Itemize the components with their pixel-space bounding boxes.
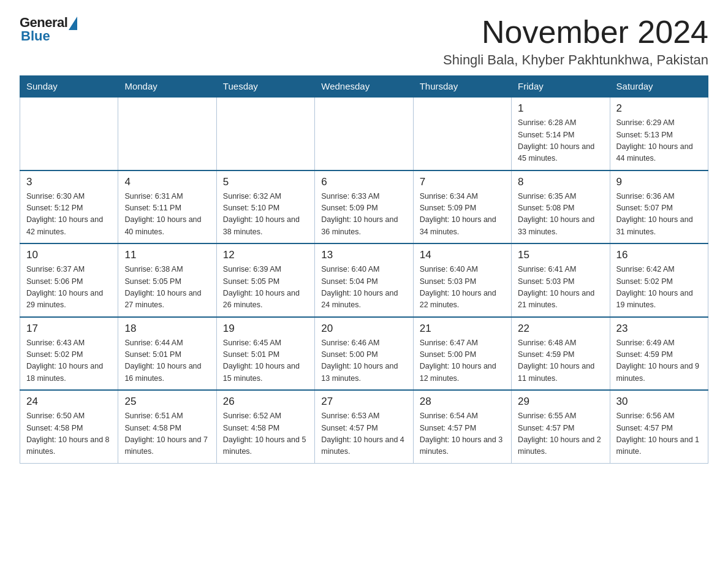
day-info: Sunrise: 6:51 AMSunset: 4:58 PMDaylight:… [124, 410, 210, 458]
calendar-cell: 8Sunrise: 6:35 AMSunset: 5:08 PMDaylight… [512, 170, 610, 244]
day-info: Sunrise: 6:31 AMSunset: 5:11 PMDaylight:… [124, 191, 210, 239]
day-info: Sunrise: 6:42 AMSunset: 5:02 PMDaylight:… [616, 264, 702, 312]
calendar-cell [118, 97, 216, 170]
calendar-week-row: 1Sunrise: 6:28 AMSunset: 5:14 PMDaylight… [20, 97, 708, 170]
location-title: Shingli Bala, Khyber Pakhtunkhwa, Pakist… [443, 52, 708, 68]
calendar-day-header: Saturday [610, 76, 708, 98]
day-info: Sunrise: 6:55 AMSunset: 4:57 PMDaylight:… [518, 410, 603, 458]
day-info: Sunrise: 6:30 AMSunset: 5:12 PMDaylight:… [26, 191, 112, 239]
day-info: Sunrise: 6:32 AMSunset: 5:10 PMDaylight:… [223, 191, 308, 239]
calendar-cell [413, 97, 511, 170]
day-number: 5 [223, 176, 308, 188]
calendar-day-header: Thursday [413, 76, 511, 98]
logo: General Blue [20, 15, 77, 44]
calendar-day-header: Wednesday [315, 76, 413, 98]
day-info: Sunrise: 6:44 AMSunset: 5:01 PMDaylight:… [124, 337, 210, 385]
day-number: 13 [321, 249, 406, 261]
day-info: Sunrise: 6:41 AMSunset: 5:03 PMDaylight:… [518, 264, 603, 312]
calendar-day-header: Friday [512, 76, 610, 98]
day-info: Sunrise: 6:46 AMSunset: 5:00 PMDaylight:… [321, 337, 406, 385]
calendar-cell: 7Sunrise: 6:34 AMSunset: 5:09 PMDaylight… [413, 170, 511, 244]
day-number: 3 [26, 176, 112, 188]
day-number: 21 [420, 323, 505, 335]
day-number: 18 [124, 323, 210, 335]
day-number: 22 [518, 323, 603, 335]
calendar-cell: 24Sunrise: 6:50 AMSunset: 4:58 PMDayligh… [20, 390, 118, 463]
day-number: 19 [223, 323, 308, 335]
calendar-cell: 6Sunrise: 6:33 AMSunset: 5:09 PMDaylight… [315, 170, 413, 244]
calendar-cell: 9Sunrise: 6:36 AMSunset: 5:07 PMDaylight… [610, 170, 708, 244]
logo-triangle-icon [69, 17, 77, 30]
day-info: Sunrise: 6:40 AMSunset: 5:03 PMDaylight:… [420, 264, 505, 312]
day-info: Sunrise: 6:54 AMSunset: 4:57 PMDaylight:… [420, 410, 505, 458]
day-info: Sunrise: 6:53 AMSunset: 4:57 PMDaylight:… [321, 410, 406, 458]
calendar-cell: 11Sunrise: 6:38 AMSunset: 5:05 PMDayligh… [118, 243, 216, 317]
day-info: Sunrise: 6:45 AMSunset: 5:01 PMDaylight:… [223, 337, 308, 385]
day-number: 8 [518, 176, 603, 188]
calendar-cell: 1Sunrise: 6:28 AMSunset: 5:14 PMDaylight… [512, 97, 610, 170]
month-title: November 2024 [443, 15, 708, 50]
day-info: Sunrise: 6:52 AMSunset: 4:58 PMDaylight:… [223, 410, 308, 458]
calendar-cell: 5Sunrise: 6:32 AMSunset: 5:10 PMDaylight… [216, 170, 314, 244]
day-info: Sunrise: 6:43 AMSunset: 5:02 PMDaylight:… [26, 337, 112, 385]
calendar-cell: 16Sunrise: 6:42 AMSunset: 5:02 PMDayligh… [610, 243, 708, 317]
calendar-cell: 10Sunrise: 6:37 AMSunset: 5:06 PMDayligh… [20, 243, 118, 317]
day-number: 29 [518, 396, 603, 408]
calendar-cell: 27Sunrise: 6:53 AMSunset: 4:57 PMDayligh… [315, 390, 413, 463]
calendar-week-row: 10Sunrise: 6:37 AMSunset: 5:06 PMDayligh… [20, 243, 708, 317]
calendar-cell: 18Sunrise: 6:44 AMSunset: 5:01 PMDayligh… [118, 317, 216, 391]
calendar-table: SundayMondayTuesdayWednesdayThursdayFrid… [20, 75, 708, 464]
calendar-day-header: Sunday [20, 76, 118, 98]
calendar-cell: 25Sunrise: 6:51 AMSunset: 4:58 PMDayligh… [118, 390, 216, 463]
day-number: 6 [321, 176, 406, 188]
day-number: 14 [420, 249, 505, 261]
page-header: General Blue November 2024 Shingli Bala,… [20, 15, 708, 68]
day-number: 12 [223, 249, 308, 261]
day-info: Sunrise: 6:36 AMSunset: 5:07 PMDaylight:… [616, 191, 702, 239]
calendar-cell: 22Sunrise: 6:48 AMSunset: 4:59 PMDayligh… [512, 317, 610, 391]
calendar-cell: 12Sunrise: 6:39 AMSunset: 5:05 PMDayligh… [216, 243, 314, 317]
day-info: Sunrise: 6:28 AMSunset: 5:14 PMDaylight:… [518, 117, 603, 165]
day-number: 7 [420, 176, 505, 188]
day-info: Sunrise: 6:50 AMSunset: 4:58 PMDaylight:… [26, 410, 112, 458]
calendar-cell: 23Sunrise: 6:49 AMSunset: 4:59 PMDayligh… [610, 317, 708, 391]
day-info: Sunrise: 6:56 AMSunset: 4:57 PMDaylight:… [616, 410, 702, 458]
day-number: 24 [26, 396, 112, 408]
day-number: 9 [616, 176, 702, 188]
calendar-cell: 30Sunrise: 6:56 AMSunset: 4:57 PMDayligh… [610, 390, 708, 463]
calendar-cell: 20Sunrise: 6:46 AMSunset: 5:00 PMDayligh… [315, 317, 413, 391]
day-number: 4 [124, 176, 210, 188]
calendar-cell: 29Sunrise: 6:55 AMSunset: 4:57 PMDayligh… [512, 390, 610, 463]
day-number: 11 [124, 249, 210, 261]
calendar-cell: 13Sunrise: 6:40 AMSunset: 5:04 PMDayligh… [315, 243, 413, 317]
day-number: 17 [26, 323, 112, 335]
day-info: Sunrise: 6:38 AMSunset: 5:05 PMDaylight:… [124, 264, 210, 312]
calendar-cell: 3Sunrise: 6:30 AMSunset: 5:12 PMDaylight… [20, 170, 118, 244]
calendar-header-row: SundayMondayTuesdayWednesdayThursdayFrid… [20, 76, 708, 98]
day-number: 23 [616, 323, 702, 335]
calendar-day-header: Tuesday [216, 76, 314, 98]
day-info: Sunrise: 6:29 AMSunset: 5:13 PMDaylight:… [616, 117, 702, 165]
calendar-cell: 17Sunrise: 6:43 AMSunset: 5:02 PMDayligh… [20, 317, 118, 391]
calendar-cell [216, 97, 314, 170]
day-number: 15 [518, 249, 603, 261]
calendar-cell: 26Sunrise: 6:52 AMSunset: 4:58 PMDayligh… [216, 390, 314, 463]
calendar-cell: 21Sunrise: 6:47 AMSunset: 5:00 PMDayligh… [413, 317, 511, 391]
day-info: Sunrise: 6:34 AMSunset: 5:09 PMDaylight:… [420, 191, 505, 239]
day-number: 10 [26, 249, 112, 261]
calendar-cell [315, 97, 413, 170]
calendar-cell: 19Sunrise: 6:45 AMSunset: 5:01 PMDayligh… [216, 317, 314, 391]
title-block: November 2024 Shingli Bala, Khyber Pakht… [443, 15, 708, 68]
day-info: Sunrise: 6:48 AMSunset: 4:59 PMDaylight:… [518, 337, 603, 385]
logo-blue-text: Blue [21, 28, 50, 44]
day-number: 27 [321, 396, 406, 408]
day-number: 30 [616, 396, 702, 408]
day-number: 20 [321, 323, 406, 335]
day-info: Sunrise: 6:37 AMSunset: 5:06 PMDaylight:… [26, 264, 112, 312]
day-info: Sunrise: 6:47 AMSunset: 5:00 PMDaylight:… [420, 337, 505, 385]
calendar-cell: 15Sunrise: 6:41 AMSunset: 5:03 PMDayligh… [512, 243, 610, 317]
day-number: 1 [518, 102, 603, 115]
day-number: 28 [420, 396, 505, 408]
day-number: 2 [616, 102, 702, 115]
day-number: 25 [124, 396, 210, 408]
